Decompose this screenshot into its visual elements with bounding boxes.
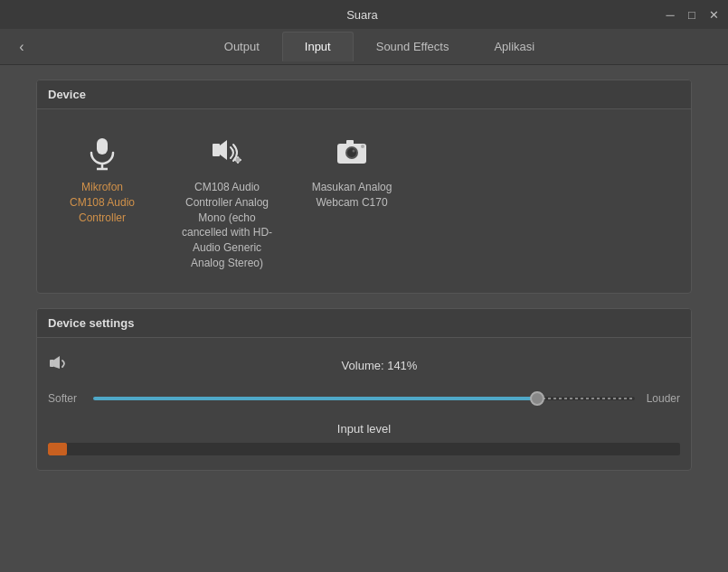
microphone-icon [80,131,124,174]
svg-point-14 [361,145,364,148]
tab-list: Output Input Sound Effects Aplikasi [40,32,719,61]
tabbar: ‹ Output Input Sound Effects Aplikasi [0,29,728,65]
device-list: Mikrofon CM108 Audio Controller [48,124,680,278]
window-title: Suara [61,8,663,22]
volume-row: Volume: 141% [48,352,680,379]
main-content: Device Mik [0,65,728,572]
main-window: Suara ─ □ ✕ ‹ Output Input Sound Effects… [0,0,728,572]
svg-rect-3 [213,144,220,156]
input-level-label: Input level [48,422,680,436]
tab-aplikasi[interactable]: Aplikasi [471,32,557,61]
device-settings-content: Volume: 141% Softer [37,338,691,470]
tab-sound-effects[interactable]: Sound Effects [354,32,472,61]
titlebar: Suara ─ □ ✕ [0,0,728,29]
volume-slider-container[interactable] [93,389,635,408]
device-panel: Device Mik [36,80,692,294]
device-item-mikrofon[interactable]: Mikrofon CM108 Audio Controller [48,124,156,232]
svg-rect-13 [346,140,354,145]
softer-label: Softer [48,392,84,405]
minimize-button[interactable]: ─ [663,7,677,22]
volume-label: Volume: 141% [79,359,680,372]
device-panel-content: Mikrofon CM108 Audio Controller [37,109,691,293]
svg-rect-15 [50,360,54,367]
close-button[interactable]: ✕ [706,7,721,22]
volume-slider-track [93,397,635,400]
mute-icon[interactable] [48,352,70,379]
device-label-mikrofon: Mikrofon CM108 Audio Controller [70,180,135,225]
svg-point-11 [347,148,356,157]
device-item-webcam[interactable]: Masukan Analog Webcam C170 [298,124,406,218]
window-controls: ─ □ ✕ [663,7,721,22]
input-level-fill [48,443,67,455]
tab-output[interactable]: Output [202,32,282,61]
device-label-cm108: CM108 Audio Controller Analog Mono (echo… [182,180,272,271]
device-label-webcam: Masukan Analog Webcam C170 [312,180,392,211]
maximize-button[interactable]: □ [685,7,699,22]
back-button[interactable]: ‹ [9,34,34,60]
svg-point-12 [353,150,355,153]
input-level-bar [48,443,680,455]
device-settings-panel: Device settings Volume: 141% Soft [36,308,692,471]
webcam-icon [330,131,373,174]
svg-rect-0 [97,138,108,155]
device-settings-header: Device settings [37,309,691,338]
volume-slider-row: Softer [48,389,680,408]
audio-controller-icon [205,131,249,174]
device-item-cm108[interactable]: CM108 Audio Controller Analog Mono (echo… [171,124,283,278]
device-panel-header: Device [37,80,691,109]
tab-input[interactable]: Input [282,32,354,61]
louder-label: Louder [644,392,680,405]
back-icon: ‹ [19,39,24,55]
